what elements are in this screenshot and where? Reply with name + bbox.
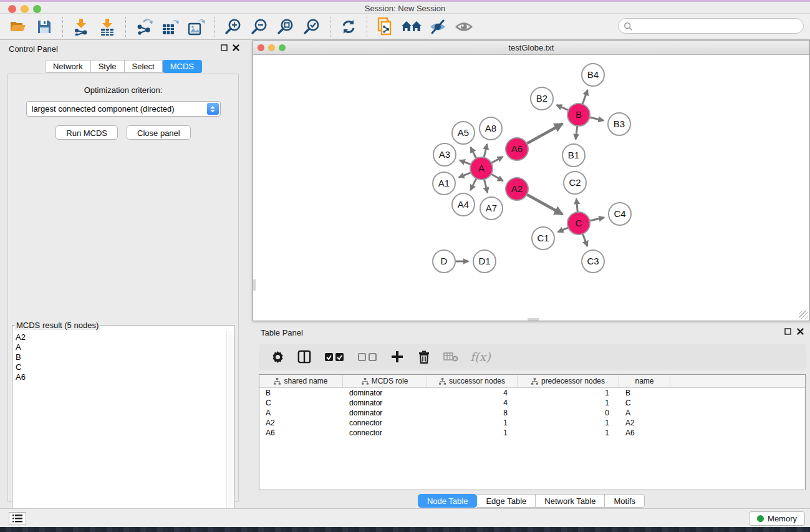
cell-shared-name[interactable]: A6 [259,428,343,438]
mcds-result-item[interactable]: B [16,352,226,362]
table-settings-icon[interactable] [270,349,285,364]
graph-node-A5[interactable]: A5 [452,122,475,144]
criterion-select[interactable]: largest connected component (directed) [26,101,221,117]
window-resize-grip[interactable] [799,311,808,319]
tab-select[interactable]: Select [125,60,163,73]
mcds-result-item[interactable]: C [16,362,226,372]
graph-node-D[interactable]: D [433,250,455,273]
graph-node-A3[interactable]: A3 [433,143,456,166]
import-table-icon[interactable] [97,16,118,37]
first-neighbors-icon[interactable] [375,16,396,37]
graph-node-C[interactable]: C [567,212,590,235]
column-header-name[interactable]: name [619,375,670,387]
tab-node-table[interactable]: Node Table [418,494,478,508]
zoom-out-icon[interactable] [249,16,270,37]
mcds-result-item[interactable]: A2 [16,332,226,342]
graph-edge-B-B4[interactable] [582,90,587,104]
graph-node-B4[interactable]: B4 [582,64,604,86]
graph-edge-B-B3[interactable] [590,117,604,120]
delete-column-icon[interactable] [417,349,432,364]
graph-node-A2[interactable]: A2 [506,178,528,200]
mcds-result-item[interactable]: A6 [16,372,226,382]
graph-node-A[interactable]: A [470,157,493,180]
graph-edge-B-B1[interactable] [576,126,577,140]
zoom-fit-icon[interactable] [275,16,296,37]
tab-mcds[interactable]: MCDS [163,60,202,73]
result-list-scrollbar[interactable] [226,331,233,528]
table-row[interactable]: Bdominator41B [259,388,805,398]
float-table-panel-icon[interactable] [784,328,791,335]
cell-MCDS-role[interactable]: connector [343,428,427,438]
column-header-predecessor-nodes[interactable]: predecessor nodes [518,375,619,387]
close-panel-button[interactable]: Close panel [127,125,191,140]
graph-edge-C-C2[interactable] [576,199,577,212]
cell-shared-name[interactable]: A2 [259,418,343,428]
network-graph[interactable]: B4B2BB3A8A5A6A3B1AC2A1A2A4A7C4CC1C3DD1 [253,55,809,321]
graph-edge-A-A3[interactable] [460,160,471,165]
export-network-icon[interactable] [133,16,155,37]
table-row[interactable]: Adominator80A [259,408,805,418]
cell-MCDS-role[interactable]: dominator [343,398,427,408]
table-row[interactable]: A2connector11A2 [259,418,805,428]
graph-edge-C-C3[interactable] [582,234,587,246]
tab-network[interactable]: Network [45,60,91,73]
cell-name[interactable]: A6 [619,428,670,438]
network-window-titlebar[interactable]: testGlobe.txt [253,41,809,55]
graph-edge-A-A5[interactable] [471,147,476,158]
graph-node-C4[interactable]: C4 [609,203,631,225]
graph-node-B[interactable]: B [567,104,590,126]
show-all-icon[interactable] [453,16,475,37]
graph-node-B3[interactable]: B3 [608,113,630,135]
graph-edge-A-A6[interactable] [491,157,503,163]
graph-edge-A6-B[interactable] [527,123,562,143]
graph-edge-A-A8[interactable] [484,144,487,157]
cell-successor-nodes[interactable]: 4 [427,398,518,408]
save-session-icon[interactable] [34,16,55,37]
cell-successor-nodes[interactable]: 4 [427,388,518,398]
cell-successor-nodes[interactable]: 1 [427,418,518,428]
float-panel-icon[interactable] [221,44,228,51]
column-visibility-icon[interactable] [297,349,312,364]
memory-button[interactable]: Memory [749,511,805,526]
cell-predecessor-nodes[interactable]: 1 [518,428,619,438]
hide-selected-icon[interactable] [427,16,448,37]
cell-MCDS-role[interactable]: dominator [343,388,427,398]
graph-node-D1[interactable]: D1 [473,250,496,273]
cell-name[interactable]: B [619,388,670,398]
zoom-in-icon[interactable] [223,16,244,37]
add-column-icon[interactable] [390,349,405,364]
run-mcds-button[interactable]: Run MCDS [55,125,118,140]
graph-node-A8[interactable]: A8 [480,117,502,140]
graph-node-A7[interactable]: A7 [480,197,503,220]
cell-shared-name[interactable]: C [259,398,343,408]
home-icon[interactable] [401,16,422,37]
network-canvas[interactable]: B4B2BB3A8A5A6A3B1AC2A1A2A4A7C4CC1C3DD1 [253,55,809,321]
select-all-rows-icon[interactable] [324,349,345,364]
cell-name[interactable]: A [619,408,670,418]
cell-MCDS-role[interactable]: dominator [343,408,427,418]
mcds-result-item[interactable]: A [16,342,226,352]
cell-predecessor-nodes[interactable]: 1 [518,398,619,408]
close-panel-icon[interactable] [233,44,239,51]
export-image-icon[interactable] [186,16,207,37]
graph-edge-A2-C[interactable] [527,195,562,215]
zoom-selected-icon[interactable] [301,16,322,37]
graph-node-B2[interactable]: B2 [531,87,553,110]
open-file-icon[interactable] [7,16,29,37]
graph-node-C2[interactable]: C2 [564,172,586,194]
graph-node-C1[interactable]: C1 [532,227,554,249]
function-builder-icon[interactable]: f(x) [470,350,491,364]
cell-predecessor-nodes[interactable]: 0 [518,408,619,418]
cell-predecessor-nodes[interactable]: 1 [518,388,619,398]
table-row[interactable]: Cdominator41C [259,398,805,408]
graph-node-A4[interactable]: A4 [452,193,475,216]
graph-edge-B-B2[interactable] [557,105,569,110]
graph-node-B1[interactable]: B1 [562,144,585,167]
graph-edge-A-A4[interactable] [471,178,476,190]
tab-edge-table[interactable]: Edge Table [477,494,536,508]
cell-MCDS-role[interactable]: connector [343,418,427,428]
cell-shared-name[interactable]: A [259,408,343,418]
tab-motifs[interactable]: Motifs [605,494,645,508]
tab-network-table[interactable]: Network Table [536,494,605,508]
graph-node-C3[interactable]: C3 [582,250,604,273]
